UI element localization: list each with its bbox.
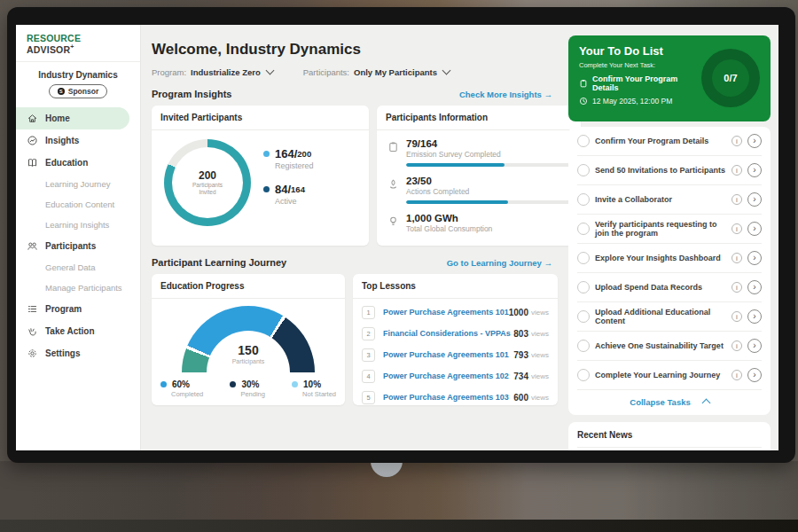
lesson-link[interactable]: Power Purchase Agreements 103	[383, 393, 513, 402]
info-icon[interactable]: i	[732, 370, 742, 380]
rank-badge: 1	[362, 306, 375, 319]
info-row-emission-survey: 79/164 Emission Survey Completed	[387, 138, 570, 167]
clipboard-icon	[579, 79, 588, 88]
chevron-right-icon[interactable]: ›	[747, 163, 762, 177]
education-progress-card: Education Progress 150 Participants 60% …	[152, 274, 345, 405]
todo-item[interactable]: Verify participants requesting to join t…	[577, 215, 762, 244]
info-icon[interactable]: i	[732, 311, 742, 322]
legend-dot	[263, 186, 270, 192]
todo-item[interactable]: Send 50 Invitations to Participants i ›	[577, 156, 762, 185]
chevron-right-icon[interactable]: ›	[747, 192, 762, 207]
checkbox-icon[interactable]	[577, 223, 590, 235]
progress-fill	[406, 200, 508, 204]
info-icon[interactable]: i	[732, 340, 742, 351]
education-gauge-chart: 150 Participants	[182, 306, 315, 375]
checkbox-icon[interactable]	[577, 310, 590, 323]
lesson-row: 2 Financial Considerations - VPPAs 803vi…	[362, 323, 549, 344]
section-program-insights: Program Insights	[152, 89, 231, 99]
sidebar-item-take-action[interactable]: Take Action	[16, 320, 140, 342]
gauge-center-value: 150	[182, 343, 315, 357]
todo-item[interactable]: Upload Additional Educational Content i …	[577, 302, 762, 332]
invited-donut-chart: 200 Participants Invited	[164, 139, 251, 226]
info-icon[interactable]: i	[732, 165, 742, 176]
checkbox-icon[interactable]	[577, 369, 590, 381]
gauge-legend: 60% Completed 30% Pending 10% Not Starte…	[152, 375, 345, 398]
sidebar-item-education[interactable]: Education	[16, 152, 140, 174]
info-icon[interactable]: i	[732, 194, 742, 205]
donut-legend: 164/ 200 Registered 84/ 164 Active	[263, 147, 314, 218]
info-icon[interactable]: i	[732, 223, 742, 234]
clipboard-icon	[387, 141, 399, 153]
rank-badge: 3	[362, 348, 375, 362]
recent-news-title: Recent News	[577, 430, 762, 448]
progress-track	[406, 200, 570, 204]
participants-dropdown[interactable]: Participants:Only My Participants	[303, 67, 450, 77]
lesson-row: 5 Power Purchase Agreements 103 600views	[362, 387, 549, 408]
card-title: Invited Participants	[152, 106, 369, 130]
checkbox-icon[interactable]	[577, 252, 590, 264]
todo-item[interactable]: Confirm Your Program Details i ›	[577, 127, 762, 156]
todo-item[interactable]: Upload Spend Data Records i ›	[577, 273, 762, 302]
legend-dot	[160, 381, 167, 387]
chevron-right-icon[interactable]: ›	[747, 251, 762, 265]
chevron-right-icon[interactable]: ›	[747, 309, 762, 324]
sidebar-item-settings[interactable]: Settings	[16, 342, 140, 364]
participants-information-card: Participants Information 79/164 Emission…	[377, 106, 581, 246]
rank-badge: 5	[362, 391, 375, 404]
logo-plus: +	[70, 43, 74, 50]
legend-completed: 60% Completed	[160, 379, 203, 398]
arrow-right-icon: →	[544, 258, 553, 268]
sidebar-item-participants[interactable]: Participants	[16, 235, 140, 257]
program-value: Industrialize Zero	[191, 67, 261, 77]
collapse-tasks-link[interactable]: Collapse Tasks	[577, 390, 762, 415]
participants-icon	[27, 240, 38, 252]
sidebar-item-program[interactable]: Program	[16, 298, 140, 320]
sidebar-item-education-content[interactable]: Education Content	[16, 194, 140, 215]
info-icon[interactable]: i	[732, 253, 742, 263]
section-learning-journey: Participant Learning Journey	[152, 257, 286, 268]
info-icon[interactable]: i	[732, 282, 742, 293]
sidebar-item-insights[interactable]: Insights	[16, 129, 140, 152]
program-dropdown[interactable]: Program:Industrialize Zero	[152, 67, 273, 77]
todo-item[interactable]: Invite a Collaborator i ›	[577, 185, 762, 215]
page-title: Welcome, Industry Dynamics	[152, 41, 552, 59]
chevron-right-icon[interactable]: ›	[747, 222, 762, 236]
todo-item[interactable]: Complete Your Learning Journey i ›	[577, 361, 762, 390]
sidebar-item-general-data[interactable]: General Data	[16, 257, 140, 278]
todo-progress-value: 0/7	[724, 73, 737, 83]
chevron-right-icon[interactable]: ›	[747, 339, 762, 353]
sidebar-item-learning-journey[interactable]: Learning Journey	[16, 174, 140, 194]
info-row-consumption: 1,000 GWh Total Global Consumption	[387, 213, 570, 233]
chevron-right-icon[interactable]: ›	[747, 368, 762, 382]
rank-badge: 2	[362, 327, 375, 340]
check-more-insights-link[interactable]: Check More Insights →	[459, 90, 552, 99]
sidebar-menu: Home Insights Education Learning Journey…	[16, 107, 140, 364]
checkbox-icon[interactable]	[577, 135, 590, 147]
checkbox-icon[interactable]	[577, 193, 590, 206]
org-name: Industry Dynamics	[16, 70, 140, 80]
todo-item[interactable]: Achieve One Sustainability Target i ›	[577, 332, 762, 361]
progress-track	[406, 163, 570, 167]
lesson-link[interactable]: Power Purchase Agreements 102	[383, 372, 513, 380]
go-to-learning-journey-link[interactable]: Go to Learning Journey →	[447, 258, 552, 268]
checkbox-icon[interactable]	[577, 281, 590, 293]
chevron-right-icon[interactable]: ›	[747, 134, 762, 148]
info-icon[interactable]: i	[732, 136, 742, 146]
checkbox-icon[interactable]	[577, 340, 590, 352]
lesson-link[interactable]: Power Purchase Agreements 101	[383, 308, 509, 317]
checkbox-icon[interactable]	[577, 164, 590, 176]
program-label: Program:	[152, 67, 186, 77]
lesson-link[interactable]: Financial Considerations - VPPAs	[383, 329, 513, 338]
dashboard-screen: RESOURCE ADVISOR+ Industry Dynamics S Sp…	[16, 25, 778, 450]
todo-item[interactable]: Explore Your Insights Dashboard i ›	[577, 244, 762, 273]
todo-list-card: Confirm Your Program Details i › Send 50…	[568, 127, 771, 415]
lesson-link[interactable]: Power Purchase Agreements 101	[383, 350, 513, 359]
participants-label: Participants:	[303, 67, 349, 77]
sponsor-icon: S	[58, 88, 65, 95]
filter-bar: Program:Industrialize Zero Participants:…	[152, 67, 552, 77]
sidebar-item-home[interactable]: Home	[16, 107, 129, 129]
sidebar-item-manage-participants[interactable]: Manage Participants	[16, 278, 140, 298]
chevron-right-icon[interactable]: ›	[747, 280, 762, 294]
todo-hero-card: Your To Do List Complete Your Next Task:…	[568, 35, 771, 121]
sidebar-item-learning-insights[interactable]: Learning Insights	[16, 215, 140, 235]
